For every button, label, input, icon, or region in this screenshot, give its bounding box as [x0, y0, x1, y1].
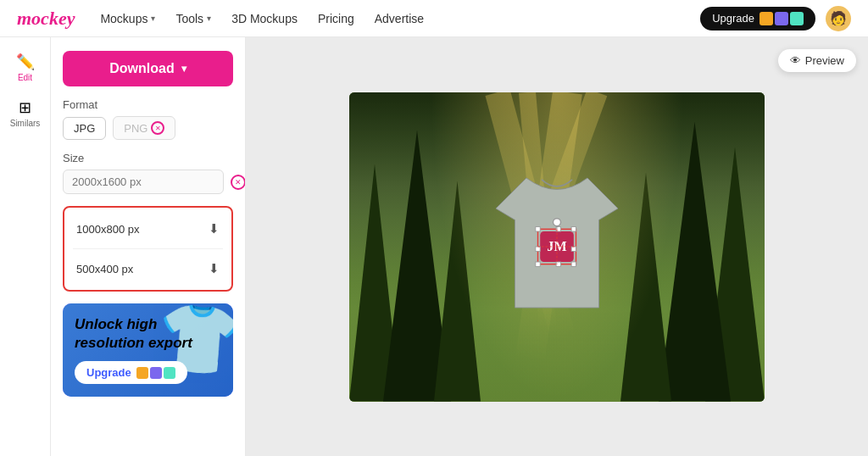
upgrade-button[interactable]: Upgrade: [700, 7, 815, 31]
logo[interactable]: mockey: [17, 8, 75, 30]
icon-sidebar: ✏️ Edit ⊞ Similars: [0, 37, 51, 456]
svg-rect-6: [536, 247, 540, 251]
format-section: Format JPG PNG ✕: [63, 98, 233, 140]
tshirt-container: JM: [472, 153, 642, 340]
size-label: Size: [63, 152, 233, 164]
canvas-mockup: JM: [349, 92, 765, 402]
download-icon: ⬇: [209, 221, 220, 236]
main-area: ✏️ Edit ⊞ Similars Download ▾ Format JPG: [0, 37, 868, 456]
chevron-down-icon: ▾: [181, 63, 186, 75]
format-jpg-button[interactable]: JPG: [63, 117, 106, 140]
format-options: JPG PNG ✕: [63, 116, 233, 140]
upgrade-card-button[interactable]: Upgrade: [75, 361, 187, 384]
sidebar-item-edit[interactable]: ✏️ Edit: [4, 46, 47, 88]
download-button[interactable]: Download ▾: [63, 51, 233, 86]
navbar: mockey Mockups ▾ Tools ▾ 3D Mockups Pric…: [0, 0, 868, 37]
svg-rect-7: [571, 247, 576, 251]
size-input-row: ✕: [63, 170, 233, 194]
upgrade-icon-orange: [760, 12, 773, 25]
nav-right: Upgrade 🧑: [700, 6, 851, 31]
nav-mockups[interactable]: Mockups ▾: [100, 12, 155, 25]
size-options-box: 1000x800 px ⬇ 500x400 px ⬇: [63, 206, 233, 292]
upgrade-card-icon-purple: [150, 367, 162, 379]
size-divider: [73, 248, 223, 249]
nav-advertise[interactable]: Advertise: [375, 12, 424, 25]
svg-rect-3: [536, 227, 540, 231]
size-option-500x400[interactable]: 500x400 px ⬇: [73, 256, 223, 281]
lock-icon[interactable]: ✕: [231, 175, 246, 190]
app-container: mockey Mockups ▾ Tools ▾ 3D Mockups Pric…: [0, 0, 868, 456]
eye-icon: 👁: [790, 54, 801, 67]
upgrade-card: 👕 Unlock high resolution export Upgrade: [63, 303, 233, 397]
size-option-1000x800[interactable]: 1000x800 px ⬇: [73, 216, 223, 242]
upgrade-icon-teal: [790, 12, 804, 25]
panel: Download ▾ Format JPG PNG ✕ Size: [51, 37, 246, 456]
sidebar-item-similars[interactable]: ⊞ Similars: [4, 92, 47, 134]
preview-button[interactable]: 👁 Preview: [778, 49, 856, 72]
format-label: Format: [63, 98, 233, 111]
upgrade-icons: [760, 12, 804, 25]
tshirt-svg: JM: [481, 162, 633, 331]
upgrade-card-icon-teal: [164, 367, 175, 379]
svg-rect-5: [571, 227, 576, 231]
grid-icon: ⊞: [19, 98, 31, 117]
nav-tools[interactable]: Tools ▾: [175, 12, 211, 25]
size-input[interactable]: [63, 170, 224, 194]
svg-rect-9: [556, 262, 560, 266]
upgrade-card-title: Unlock high resolution export: [75, 315, 221, 353]
upgrade-card-icons: [136, 367, 175, 379]
edit-icon: ✏️: [16, 53, 35, 71]
canvas-area: 👁 Preview: [246, 37, 868, 456]
format-png-button[interactable]: PNG ✕: [113, 116, 175, 140]
upgrade-card-icon-orange: [136, 367, 148, 379]
svg-rect-8: [536, 262, 540, 266]
nav-pricing[interactable]: Pricing: [318, 12, 354, 25]
nav-items: Mockups ▾ Tools ▾ 3D Mockups Pricing Adv…: [100, 12, 700, 25]
chevron-down-icon: ▾: [151, 14, 155, 23]
lock-icon: ✕: [151, 121, 164, 135]
svg-rect-10: [571, 262, 576, 266]
svg-point-13: [554, 219, 561, 226]
size-section: Size ✕: [63, 152, 233, 194]
chevron-down-icon: ▾: [207, 14, 211, 23]
nav-3d-mockups[interactable]: 3D Mockups: [231, 12, 298, 25]
avatar-button[interactable]: 🧑: [826, 6, 851, 31]
upgrade-icon-purple: [775, 12, 788, 25]
download-icon: ⬇: [209, 261, 220, 276]
